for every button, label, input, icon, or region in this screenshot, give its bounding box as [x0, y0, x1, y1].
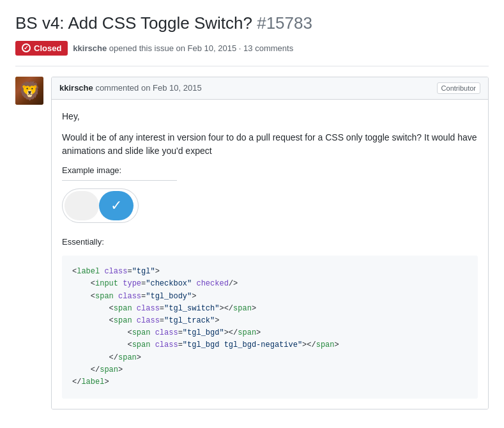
code-line-3: <span class="tgl_body">: [72, 291, 468, 303]
comment-container: kkirsche commented on Feb 10, 2015 Contr…: [15, 77, 489, 409]
meta-comments: 13 comments: [243, 43, 293, 53]
page-title: BS v4: Add CSS Toggle Switch? #15783: [15, 13, 489, 34]
code-line-1: <label class="tgl">: [72, 266, 468, 278]
code-block: <label class="tgl"> <input type="checkbo…: [62, 256, 478, 399]
comment-author-link[interactable]: kkirsche: [59, 83, 93, 93]
checkmark-icon: ✓: [111, 197, 122, 214]
issue-meta: ✓ Closed kkirsche opened this issue on F…: [15, 41, 489, 66]
contributor-badge: Contributor: [437, 82, 480, 94]
code-line-10: </label>: [72, 376, 468, 388]
toggle-thumb: ✓: [99, 191, 134, 220]
essentially-label: Essentially:: [62, 236, 478, 248]
example-image-container: Example image: ✓: [62, 165, 478, 223]
meta-date: Feb 10, 2015: [188, 43, 237, 53]
closed-badge: ✓ Closed: [15, 41, 68, 56]
comment-box: kkirsche commented on Feb 10, 2015 Contr…: [51, 77, 489, 409]
code-line-4: <span class="tgl_switch"></span>: [72, 303, 468, 315]
example-label: Example image:: [62, 165, 478, 175]
comment-body: Hey, Would it be of any interest in vers…: [52, 100, 488, 409]
code-line-8: </span>: [72, 352, 468, 364]
issue-meta-text: kkirsche opened this issue on Feb 10, 20…: [73, 43, 293, 53]
code-line-7: <span class="tgl_bgd tgl_bgd-negative"><…: [72, 339, 468, 351]
comment-header: kkirsche commented on Feb 10, 2015 Contr…: [52, 77, 488, 100]
code-line-2: <input type="checkbox" checked/>: [72, 278, 468, 290]
comment-header-verb: commented on: [95, 83, 150, 93]
title-text: BS v4: Add CSS Toggle Switch?: [15, 13, 252, 33]
toggle-track: [65, 191, 99, 220]
comment-intro: Hey,: [62, 110, 478, 123]
code-line-9: </span>: [72, 364, 468, 376]
closed-label: Closed: [34, 43, 61, 53]
avatar: [15, 77, 43, 105]
toggle-switch-visual: ✓: [62, 188, 139, 223]
comment-header-text: kkirsche commented on Feb 10, 2015: [59, 83, 202, 93]
issue-number: #15783: [257, 13, 312, 33]
comment-date: Feb 10, 2015: [153, 83, 202, 93]
closed-icon: ✓: [22, 43, 31, 52]
code-line-5: <span class="tgl_track">: [72, 315, 468, 327]
code-line-6: <span class="tgl_bgd"></span>: [72, 327, 468, 339]
meta-author-link[interactable]: kkirsche: [73, 43, 107, 53]
avatar-image: [15, 77, 43, 105]
comment-main: Would it be of any interest in version f…: [62, 131, 478, 158]
